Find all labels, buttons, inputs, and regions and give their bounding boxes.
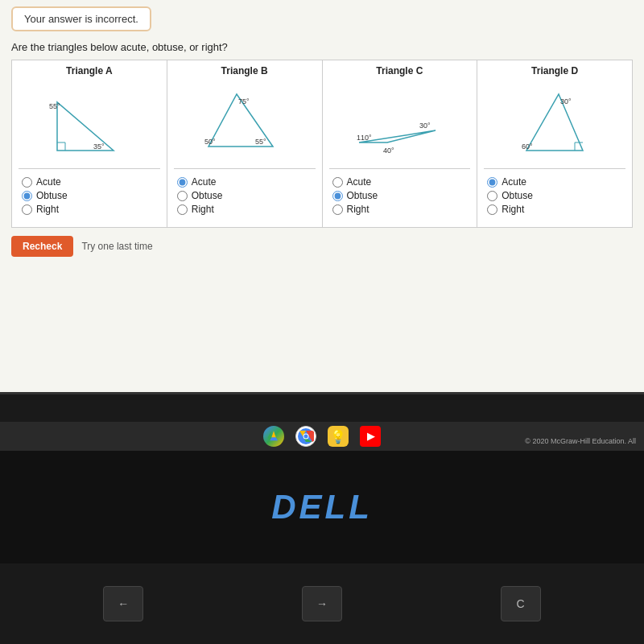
copyright-text: © 2020 McGraw-Hill Education. All — [525, 437, 636, 445]
triangle-b-cell: Triangle B 75° 55° 50° Acute O — [167, 60, 322, 228]
triangle-c-header: Triangle C — [329, 65, 471, 80]
triangle-c-right[interactable]: Right — [332, 204, 468, 215]
triangle-a-right[interactable]: Right — [22, 204, 157, 215]
svg-text:30°: 30° — [560, 97, 572, 105]
svg-text:75°: 75° — [238, 97, 250, 105]
triangle-a-options: Acute Obtuse Right — [19, 168, 160, 222]
triangle-b-svg: 75° 55° 50° — [174, 80, 316, 168]
triangle-b-right[interactable]: Right — [177, 204, 312, 215]
triangle-a-svg: 55° 35° — [19, 80, 160, 168]
incorrect-text: Your answer is incorrect. — [24, 13, 138, 25]
header-row: Triangle A 55° 35° Acute — [12, 60, 633, 228]
svg-text:40°: 40° — [383, 147, 394, 155]
triangle-d-options: Acute Obtuse Right — [484, 168, 625, 222]
triangle-c-svg: 110° 30° 40° — [329, 80, 471, 168]
dell-logo: DELL — [271, 488, 373, 526]
google-drive-icon[interactable] — [263, 426, 284, 447]
triangle-d-header: Triangle D — [484, 65, 625, 80]
triangle-c-acute[interactable]: Acute — [332, 176, 468, 188]
lightbulb-icon[interactable]: 💡 — [328, 426, 349, 447]
triangle-b-acute[interactable]: Acute — [177, 176, 312, 188]
svg-point-16 — [304, 435, 308, 439]
taskbar: 💡 ▶ — [0, 422, 644, 451]
svg-text:30°: 30° — [419, 122, 431, 130]
youtube-icon[interactable]: ▶ — [360, 426, 381, 447]
svg-text:110°: 110° — [357, 134, 372, 142]
triangle-a-obtuse[interactable]: Obtuse — [22, 190, 157, 201]
svg-text:35°: 35° — [93, 142, 105, 151]
triangle-c-cell: Triangle C 110° 30° 40° Acute — [322, 60, 477, 228]
svg-text:50°: 50° — [204, 138, 216, 146]
triangle-a-header: Triangle A — [19, 65, 160, 80]
triangle-b-options: Acute Obtuse Right — [174, 168, 316, 222]
triangle-a-acute[interactable]: Acute — [22, 176, 157, 188]
triangle-d-obtuse[interactable]: Obtuse — [487, 190, 622, 201]
refresh-key[interactable]: C — [501, 586, 541, 621]
triangle-c-obtuse[interactable]: Obtuse — [332, 190, 468, 201]
triangle-d-right[interactable]: Right — [487, 204, 622, 215]
triangle-a-cell: Triangle A 55° 35° Acute — [12, 60, 167, 228]
triangle-c-options: Acute Obtuse Right — [329, 168, 471, 222]
question-text: Are the triangles below acute, obtuse, o… — [11, 41, 633, 53]
svg-text:60°: 60° — [522, 142, 533, 151]
triangle-b-header: Triangle B — [174, 65, 316, 80]
incorrect-banner: Your answer is incorrect. — [11, 6, 151, 31]
dell-area: DELL — [0, 451, 644, 564]
forward-key[interactable]: → — [302, 586, 342, 621]
triangle-d-svg: 30° 60° — [484, 80, 625, 168]
svg-text:55°: 55° — [255, 138, 266, 146]
triangle-d-acute[interactable]: Acute — [487, 176, 622, 188]
try-again-text: Try one last time — [81, 241, 152, 252]
chrome-icon[interactable] — [295, 426, 316, 447]
back-key[interactable]: ← — [103, 586, 143, 621]
bottom-bar: Recheck Try one last time — [11, 236, 633, 257]
triangle-d-cell: Triangle D 30° 60° Acute — [477, 60, 633, 228]
recheck-button[interactable]: Recheck — [11, 236, 73, 257]
triangles-table: Triangle A 55° 35° Acute — [11, 60, 633, 228]
keyboard-area: ← → C — [0, 564, 644, 644]
screen: Your answer is incorrect. Are the triang… — [0, 0, 644, 394]
triangle-b-obtuse[interactable]: Obtuse — [177, 190, 312, 201]
svg-text:55°: 55° — [49, 102, 60, 110]
